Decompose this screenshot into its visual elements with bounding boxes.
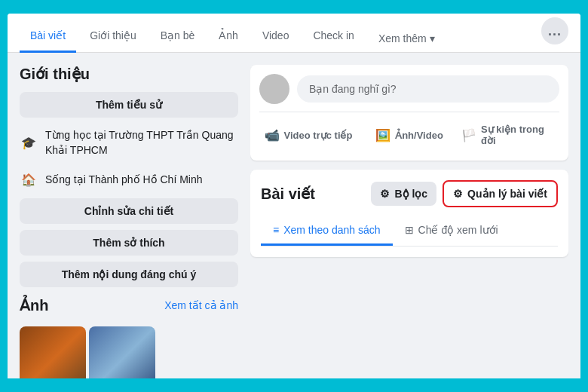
event-icon: 🏳️ [461, 128, 476, 142]
add-featured-button[interactable]: Thêm nội dung đáng chú ý [20, 262, 238, 287]
manage-posts-button[interactable]: ⚙ Quản lý bài viết [443, 180, 558, 207]
tab-gioi-thieu[interactable]: Giới thiệu [79, 20, 147, 53]
posts-controls: ⚙ Bộ lọc ⚙ Quản lý bài viết [371, 180, 558, 207]
posts-section: Bài viết ⚙ Bộ lọc ⚙ Quản lý bài viết [250, 170, 568, 257]
main-content: Giới thiệu Thêm tiểu sử 🎓 Từng học tại T… [8, 53, 580, 378]
location-text: Sống tại Thành phố Hồ Chí Minh [45, 173, 203, 188]
live-video-button[interactable]: 📹 Video trực tiếp [259, 118, 357, 152]
filter-button[interactable]: ⚙ Bộ lọc [371, 182, 436, 206]
photo-video-button[interactable]: 🖼️ Ảnh/Video [360, 118, 458, 152]
tab-bai-viet[interactable]: Bài viết [20, 20, 76, 53]
post-box-top: Bạn đang nghĩ gì? [259, 74, 559, 104]
tab-check-in[interactable]: Check in [302, 20, 364, 53]
school-text: Từng học tại Trường THPT Trần Quang Khải… [45, 128, 238, 158]
left-sidebar: Giới thiệu Thêm tiểu sử 🎓 Từng học tại T… [20, 65, 238, 366]
see-all-photos-link[interactable]: Xem tất cả ảnh [164, 299, 238, 311]
post-actions: 📹 Video trực tiếp 🖼️ Ảnh/Video 🏳️ Sự kiệ… [259, 112, 559, 152]
nav-more-actions: ... [541, 17, 568, 52]
video-icon: 📹 [265, 128, 280, 142]
right-content: Bạn đang nghĩ gì? 📹 Video trực tiếp 🖼️ Ả… [250, 65, 568, 366]
view-tabs: ≡ Xem theo danh sách ⊞ Chế độ xem lưới [261, 216, 558, 247]
school-info: 🎓 Từng học tại Trường THPT Trần Quang Kh… [20, 124, 238, 162]
tab-xem-them[interactable]: Xem thêm ▾ [368, 25, 446, 52]
edit-details-button[interactable]: Chỉnh sửa chi tiết [20, 198, 238, 224]
photos-title: Ảnh [20, 296, 48, 314]
post-input[interactable]: Bạn đang nghĩ gì? [297, 75, 559, 103]
grid-view-tab[interactable]: ⊞ Chế độ xem lưới [393, 216, 510, 246]
intro-title: Giới thiệu [20, 65, 238, 83]
life-event-button[interactable]: 🏳️ Sự kiện trong đời [461, 118, 559, 152]
list-view-tab[interactable]: ≡ Xem theo danh sách [261, 216, 393, 246]
post-box: Bạn đang nghĩ gì? 📹 Video trực tiếp 🖼️ Ả… [250, 65, 568, 161]
location-info: 🏠 Sống tại Thành phố Hồ Chí Minh [20, 168, 238, 192]
tab-ban-be[interactable]: Bạn bè [150, 20, 206, 53]
more-options-button[interactable]: ... [541, 17, 568, 44]
school-icon: 🎓 [20, 136, 38, 150]
posts-header: Bài viết ⚙ Bộ lọc ⚙ Quản lý bài viết [261, 180, 558, 207]
photo-thumbnail[interactable] [20, 326, 86, 378]
tab-anh[interactable]: Ảnh [208, 20, 249, 53]
grid-icon: ⊞ [405, 224, 414, 236]
photos-grid [20, 326, 238, 378]
tab-video[interactable]: Video [252, 20, 300, 53]
photos-header: Ảnh Xem tất cả ảnh [20, 296, 238, 314]
gear-icon: ⚙ [453, 188, 463, 200]
add-bio-button[interactable]: Thêm tiểu sử [20, 92, 238, 118]
user-avatar [259, 74, 289, 104]
posts-title: Bài viết [261, 185, 315, 203]
list-icon: ≡ [273, 224, 279, 236]
chevron-down-icon: ▾ [430, 32, 435, 44]
filter-icon: ⚙ [380, 188, 390, 200]
photo-thumbnail[interactable] [89, 326, 155, 378]
home-icon: 🏠 [20, 173, 38, 187]
add-hobbies-button[interactable]: Thêm sở thích [20, 230, 238, 256]
nav-tabs: Bài viết Giới thiệu Bạn bè Ảnh Video Che… [20, 20, 446, 52]
photo-icon: 🖼️ [375, 128, 390, 142]
profile-nav: Bài viết Giới thiệu Bạn bè Ảnh Video Che… [8, 14, 580, 53]
